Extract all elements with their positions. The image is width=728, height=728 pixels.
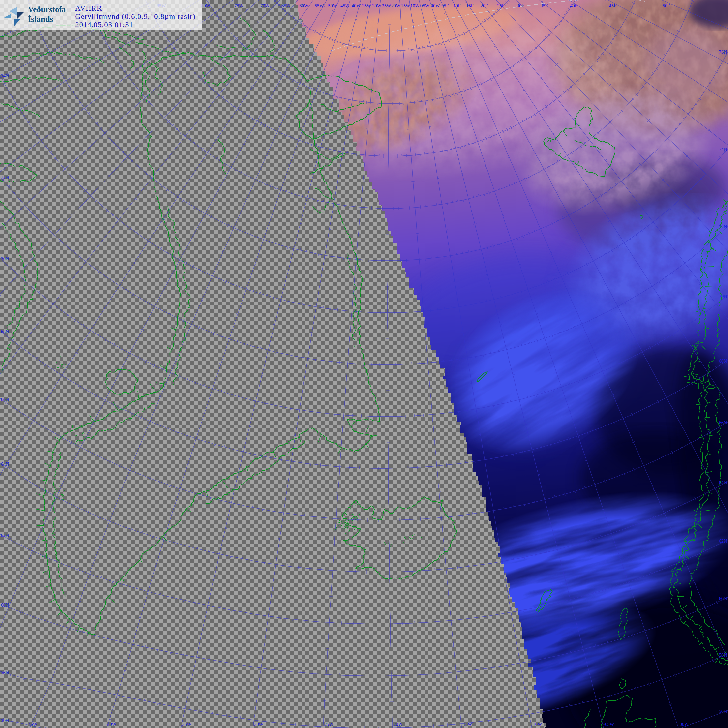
svg-text:74N: 74N (1, 73, 9, 78)
svg-text:56N: 56N (1, 717, 9, 723)
svg-text:10W: 10W (410, 3, 419, 8)
svg-text:30W: 30W (372, 3, 381, 8)
svg-text:15W: 15W (463, 722, 472, 727)
svg-text:70N: 70N (1, 256, 9, 262)
svg-text:35E: 35E (541, 3, 548, 8)
svg-text:20W: 20W (391, 3, 401, 8)
svg-text:58N: 58N (719, 652, 727, 658)
svg-text:62N: 62N (1, 532, 9, 538)
svg-text:64N: 64N (719, 480, 727, 485)
svg-text:56N: 56N (719, 709, 727, 714)
svg-text:25E: 25E (497, 3, 505, 8)
svg-text:AVHRR: AVHRR (75, 4, 102, 12)
svg-text:60N: 60N (719, 596, 727, 601)
svg-text:74N: 74N (719, 147, 727, 152)
svg-text:05E: 05E (441, 3, 449, 8)
svg-text:55W: 55W (315, 3, 324, 8)
svg-text:80W: 80W (201, 3, 210, 8)
svg-text:15W: 15W (401, 3, 410, 8)
svg-text:66N: 66N (1, 397, 9, 402)
svg-text:45W: 45W (28, 722, 37, 727)
svg-text:Gervilitmynd (0.6,0.9,10.8µm r: Gervilitmynd (0.6,0.9,10.8µm rásir) (75, 12, 196, 21)
svg-text:40W: 40W (107, 722, 116, 727)
svg-text:05W: 05W (605, 722, 614, 727)
svg-text:25W: 25W (324, 722, 333, 727)
svg-text:Veðurstofa: Veðurstofa (28, 5, 66, 14)
svg-text:05W: 05W (420, 3, 430, 8)
svg-text:2014.05.03 01:31: 2014.05.03 01:31 (75, 20, 133, 29)
svg-text:20W: 20W (393, 722, 403, 727)
svg-text:72N: 72N (719, 224, 727, 229)
svg-text:60W: 60W (299, 3, 309, 8)
svg-text:68N: 68N (1, 329, 9, 334)
svg-text:50E: 50E (662, 3, 670, 8)
svg-text:Íslands: Íslands (28, 15, 53, 24)
svg-text:10W: 10W (533, 722, 542, 727)
svg-text:35W: 35W (182, 722, 191, 727)
svg-text:70N: 70N (719, 294, 727, 299)
svg-text:25W: 25W (382, 3, 391, 8)
svg-text:64N: 64N (1, 462, 9, 466)
svg-text:20E: 20E (480, 3, 488, 8)
svg-text:76N: 76N (719, 49, 727, 55)
svg-text:58N: 58N (1, 670, 9, 675)
svg-text:45E: 45E (609, 3, 617, 8)
svg-text:10E: 10E (453, 3, 461, 8)
svg-text:70W: 70W (260, 3, 269, 8)
svg-text:60N: 60N (1, 602, 9, 607)
svg-text:40W: 40W (352, 3, 361, 8)
svg-text:30E: 30E (517, 3, 525, 8)
svg-text:35W: 35W (362, 3, 371, 8)
svg-text:00W: 00W (431, 3, 440, 8)
svg-text:15E: 15E (466, 3, 474, 8)
svg-text:66N: 66N (719, 420, 727, 425)
svg-text:75W: 75W (234, 3, 243, 8)
svg-text:68N: 68N (719, 358, 727, 364)
svg-text:00W: 00W (680, 722, 689, 727)
svg-text:72N: 72N (1, 174, 9, 180)
svg-text:45W: 45W (340, 3, 350, 8)
svg-text:40E: 40E (570, 3, 578, 8)
svg-text:30W: 30W (254, 722, 263, 727)
svg-text:62N: 62N (719, 538, 727, 543)
svg-text:50W: 50W (328, 3, 337, 8)
svg-text:65W: 65W (281, 3, 291, 8)
